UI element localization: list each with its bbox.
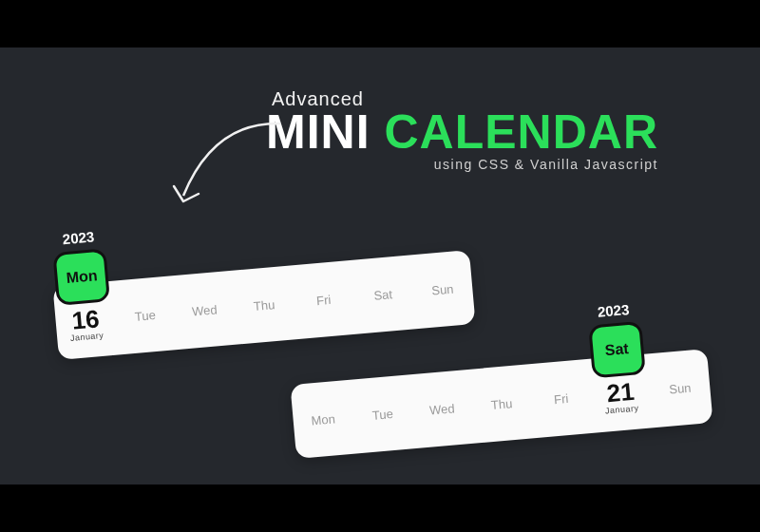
day-cell[interactable]: Thu — [471, 394, 532, 413]
day-cell[interactable]: Sun — [650, 378, 711, 397]
day-cell[interactable]: Wed — [411, 399, 472, 418]
selected-day-badge: Mon — [53, 248, 111, 306]
title-main: MINI CALENDAR — [266, 108, 658, 156]
day-cell[interactable]: Fri — [531, 389, 592, 408]
selected-day-column[interactable]: 2023 Mon 16 January — [54, 297, 117, 344]
title-subtitle: using CSS & Vanilla Javascript — [266, 158, 658, 171]
day-cell[interactable]: Thu — [234, 295, 294, 314]
day-cell[interactable]: Fri — [294, 290, 354, 309]
day-cell[interactable]: Sat — [352, 285, 413, 304]
day-cell[interactable]: Mon — [293, 409, 353, 428]
selected-year: 2023 — [62, 228, 95, 247]
selected-year: 2023 — [597, 301, 630, 320]
title-block: Advanced MINI CALENDAR using CSS & Vanil… — [266, 89, 658, 171]
mini-calendar-widget[interactable]: Mon Tue Wed Thu Fri 2023 Sat 21 January … — [290, 349, 712, 459]
mini-calendar-widget[interactable]: 2023 Mon 16 January Tue Wed Thu Fri Sat … — [52, 250, 475, 360]
thumbnail-stage: Advanced MINI CALENDAR using CSS & Vanil… — [0, 48, 760, 484]
title-word-mini: MINI — [266, 105, 370, 159]
selected-day-badge: Sat — [588, 321, 646, 379]
title-word-calendar: CALENDAR — [384, 105, 658, 159]
day-cell[interactable]: Wed — [174, 300, 235, 319]
selected-day-column[interactable]: 2023 Sat 21 January — [589, 370, 652, 416]
day-cell[interactable]: Tue — [352, 405, 413, 424]
day-cell[interactable]: Sun — [412, 279, 473, 298]
day-cell[interactable]: Tue — [115, 306, 176, 325]
